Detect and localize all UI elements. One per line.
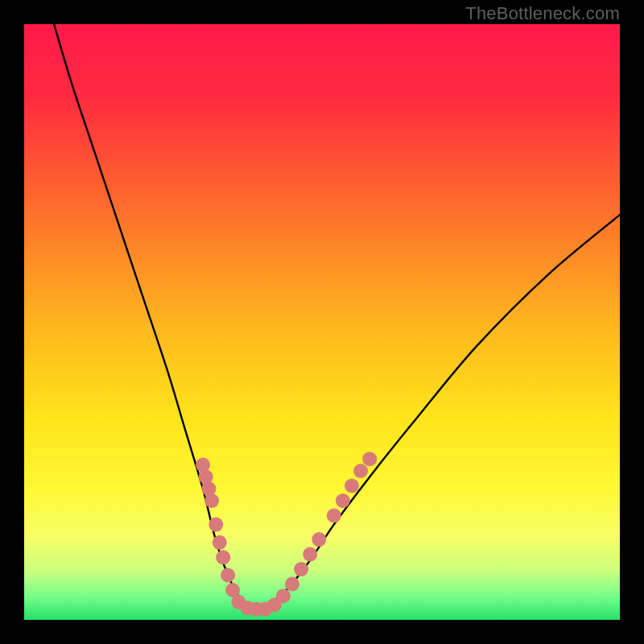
data-dot — [327, 509, 341, 523]
watermark-text: TheBottleneck.com — [465, 3, 620, 24]
data-dot — [221, 568, 235, 583]
data-dot — [345, 479, 359, 493]
outer-frame: TheBottleneck.com — [0, 0, 644, 644]
data-dot — [285, 577, 299, 592]
data-dot — [216, 550, 230, 564]
data-dot — [213, 535, 227, 550]
data-dot — [353, 464, 368, 478]
data-dot — [276, 588, 291, 603]
plot-area — [24, 24, 620, 620]
data-dot — [362, 452, 377, 466]
gradient-background — [24, 24, 620, 620]
data-dot — [303, 547, 317, 562]
data-dot — [204, 493, 219, 508]
data-dot — [336, 493, 350, 508]
data-dot — [312, 532, 326, 547]
bottleneck-chart — [24, 24, 620, 620]
data-dot — [294, 562, 308, 576]
data-dot — [208, 518, 223, 532]
